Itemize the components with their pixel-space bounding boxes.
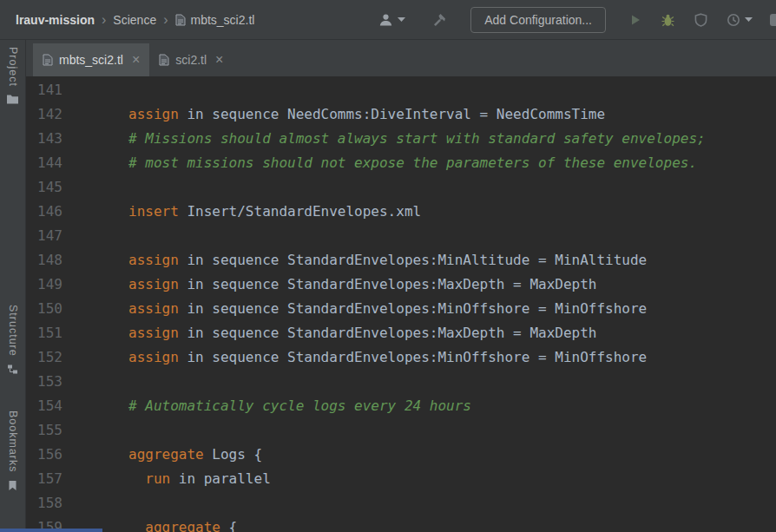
editor-zone: mbts_sci2.tl × sci2.tl × 141142assign in… xyxy=(26,40,776,532)
line-number[interactable]: 154 xyxy=(26,394,128,418)
code-editor[interactable]: 141142assign in sequence NeedComms:DiveI… xyxy=(26,76,776,532)
line-number[interactable]: 142 xyxy=(26,102,128,127)
line-number[interactable]: 144 xyxy=(26,151,128,175)
sidebar-item-label: Structure xyxy=(7,305,19,357)
breadcrumb-file-label: mbts_sci2.tl xyxy=(191,13,255,27)
code-text: assign in sequence NeedComms:DiveInterva… xyxy=(128,102,776,127)
line-number[interactable]: 149 xyxy=(26,273,128,297)
line-number[interactable]: 152 xyxy=(26,345,128,370)
code-text xyxy=(128,175,776,200)
line-number[interactable]: 150 xyxy=(26,297,128,321)
add-configuration-button[interactable]: Add Configuration... xyxy=(470,7,606,33)
file-icon xyxy=(159,54,169,66)
code-line[interactable]: 152assign in sequence StandardEnvelopes:… xyxy=(26,345,776,370)
main-toolbar: lrauv-mission › Science › mbts_sci2.tl xyxy=(0,0,776,40)
line-number[interactable]: 146 xyxy=(26,200,128,224)
bottom-edge-strip xyxy=(0,529,102,532)
breadcrumb: lrauv-mission › Science › mbts_sci2.tl xyxy=(16,13,254,27)
code-text: # Automatically cycle logs every 24 hour… xyxy=(128,394,776,418)
code-text: assign in sequence StandardEnvelopes:Min… xyxy=(128,297,776,321)
code-text: aggregate { xyxy=(128,516,776,532)
debug-button[interactable] xyxy=(655,9,681,31)
code-line[interactable]: 146insert Insert/StandardEnvelopes.xml xyxy=(26,200,776,224)
line-number[interactable]: 147 xyxy=(26,224,128,248)
close-icon[interactable]: × xyxy=(215,53,223,67)
code-line[interactable]: 155 xyxy=(26,418,776,443)
close-icon[interactable]: × xyxy=(132,53,140,67)
bug-icon xyxy=(661,13,675,27)
line-number[interactable]: 153 xyxy=(26,370,128,394)
code-text: assign in sequence StandardEnvelopes:Min… xyxy=(128,345,776,370)
shield-icon xyxy=(694,13,707,27)
user-icon xyxy=(378,13,393,27)
line-number[interactable]: 145 xyxy=(26,175,128,200)
code-line[interactable]: 151assign in sequence StandardEnvelopes:… xyxy=(26,321,776,345)
breadcrumb-folder[interactable]: Science xyxy=(113,13,156,27)
code-text xyxy=(128,370,776,394)
code-line[interactable]: 150assign in sequence StandardEnvelopes:… xyxy=(26,297,776,321)
line-number[interactable]: 157 xyxy=(26,467,128,491)
code-text xyxy=(128,224,776,248)
tab-label: sci2.tl xyxy=(175,53,207,67)
line-number[interactable]: 148 xyxy=(26,248,128,273)
hammer-icon xyxy=(432,13,447,27)
file-icon xyxy=(175,14,186,26)
code-text: assign in sequence StandardEnvelopes:Max… xyxy=(128,321,776,345)
line-number[interactable]: 156 xyxy=(26,443,128,467)
code-line[interactable]: 158 xyxy=(26,491,776,516)
line-number[interactable]: 141 xyxy=(26,78,128,102)
code-text xyxy=(128,78,776,102)
user-button[interactable] xyxy=(373,9,411,31)
code-line[interactable]: 148assign in sequence StandardEnvelopes:… xyxy=(26,248,776,273)
code-line[interactable]: 159 aggregate { xyxy=(26,516,776,532)
code-line[interactable]: 149assign in sequence StandardEnvelopes:… xyxy=(26,273,776,297)
toolbar-overflow-icon[interactable] xyxy=(769,13,776,27)
code-text: aggregate Logs { xyxy=(128,443,776,467)
code-line[interactable]: 141 xyxy=(26,78,776,102)
code-line[interactable]: 156aggregate Logs { xyxy=(26,443,776,467)
line-number[interactable]: 151 xyxy=(26,321,128,345)
profiler-button[interactable] xyxy=(721,9,758,31)
bookmark-icon xyxy=(8,480,17,491)
code-text: run in parallel xyxy=(128,467,776,491)
ide-window: lrauv-mission › Science › mbts_sci2.tl xyxy=(0,0,776,532)
code-line[interactable]: 145 xyxy=(26,175,776,200)
tab-label: mbts_sci2.tl xyxy=(59,53,123,67)
coverage-button[interactable] xyxy=(689,9,713,31)
line-number[interactable]: 155 xyxy=(26,418,128,443)
chevron-right-icon: › xyxy=(101,13,107,27)
editor-tabs: mbts_sci2.tl × sci2.tl × xyxy=(26,40,776,76)
code-line[interactable]: 142assign in sequence NeedComms:DiveInte… xyxy=(26,102,776,127)
sidebar-item-project[interactable]: Project xyxy=(0,47,25,105)
clock-icon xyxy=(727,13,740,27)
structure-icon xyxy=(7,364,18,375)
tab-mbts-sci2[interactable]: mbts_sci2.tl × xyxy=(33,43,149,76)
code-line[interactable]: 154# Automatically cycle logs every 24 h… xyxy=(26,394,776,418)
chevron-right-icon: › xyxy=(162,13,168,27)
code-text xyxy=(128,491,776,516)
code-line[interactable]: 147 xyxy=(26,224,776,248)
folder-icon xyxy=(6,94,19,105)
breadcrumb-project[interactable]: lrauv-mission xyxy=(16,13,95,27)
tab-sci2[interactable]: sci2.tl × xyxy=(149,43,233,76)
code-text: assign in sequence StandardEnvelopes:Min… xyxy=(128,248,776,273)
line-number[interactable]: 143 xyxy=(26,127,128,151)
tool-window-bar: Project Structure Bookmarks xyxy=(0,40,26,532)
play-icon xyxy=(629,14,641,26)
sidebar-item-bookmarks[interactable]: Bookmarks xyxy=(0,410,25,491)
code-line[interactable]: 144# most missions should not expose the… xyxy=(26,151,776,175)
run-button[interactable] xyxy=(624,10,647,30)
sidebar-item-label: Bookmarks xyxy=(7,410,19,473)
build-button[interactable] xyxy=(427,9,452,31)
breadcrumb-file[interactable]: mbts_sci2.tl xyxy=(175,13,255,27)
sidebar-item-structure[interactable]: Structure xyxy=(0,305,25,375)
code-text xyxy=(128,418,776,443)
code-line[interactable]: 153 xyxy=(26,370,776,394)
code-line[interactable]: 143# Missions should almost always start… xyxy=(26,127,776,151)
code-text: assign in sequence StandardEnvelopes:Max… xyxy=(128,273,776,297)
chevron-down-icon xyxy=(398,17,405,22)
chevron-down-icon xyxy=(745,17,753,22)
line-number[interactable]: 158 xyxy=(26,491,128,516)
file-icon xyxy=(43,54,53,66)
code-line[interactable]: 157 run in parallel xyxy=(26,467,776,491)
